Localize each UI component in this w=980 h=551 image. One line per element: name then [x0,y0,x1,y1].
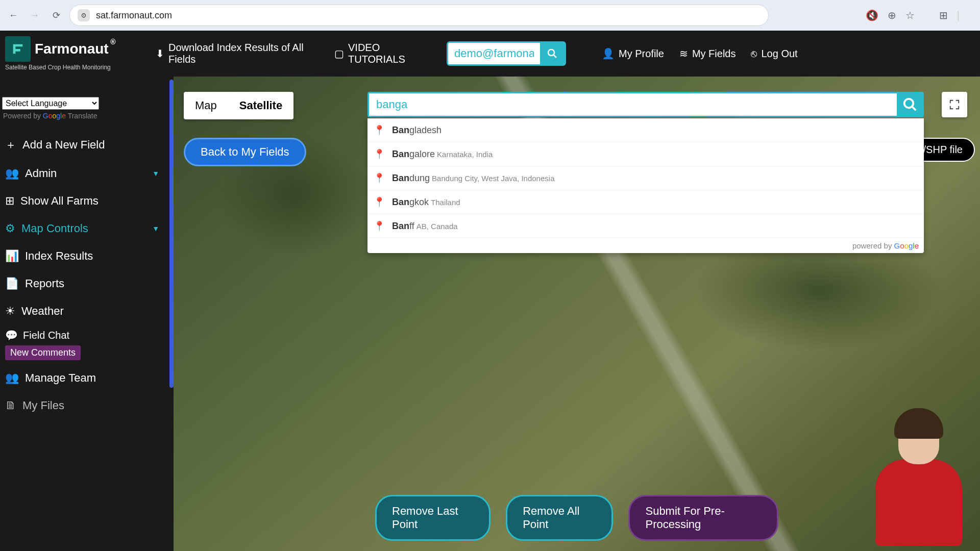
powered-by-google: powered by Google [368,238,924,253]
user-icon: 👤 [602,47,615,60]
sidebar-item-label: Weather [21,305,64,318]
chat-icon: 💬 [5,329,18,341]
my-fields-link[interactable]: ≋ My Fields [672,47,744,60]
app-header: Farmonaut® Satellite Based Crop Health M… [0,31,980,77]
gear-icon: ⚙ [5,222,15,235]
svg-point-0 [548,49,554,56]
language-select-wrap: Select Language [2,97,172,110]
extensions-icon[interactable]: ⊞ [939,9,948,21]
url-text: sat.farmonaut.com [96,10,172,21]
map-search-wrap: 📍 Bangladesh 📍 BangaloreKarnataka, India… [368,92,924,253]
tab-map[interactable]: Map [184,92,228,119]
svg-line-3 [912,107,916,111]
sidebar-item-show-farms[interactable]: ⊞ Show All Farms [0,187,174,215]
submit-preprocessing-button[interactable]: Submit For Pre-Processing [628,495,778,541]
download-icon: ⬇ [156,47,164,60]
suggestion-item[interactable]: 📍 Bangladesh [368,118,924,142]
logout-link[interactable]: ⎋ Log Out [743,48,805,60]
logout-icon: ⎋ [751,48,757,60]
language-select[interactable]: Select Language [2,97,99,110]
suggestion-item[interactable]: 📍 BangaloreKarnataka, India [368,142,924,166]
pin-icon: 📍 [374,172,385,184]
download-index-link[interactable]: ⬇ Download Index Results of All Fields [148,42,327,65]
users-icon: 👥 [5,167,19,180]
pin-icon: 📍 [374,124,385,136]
browser-toolbar: ← → ⟳ ⊙ sat.farmonaut.com 🔇 ⊕ ☆ ⊞ | [0,0,980,31]
sidebar-item-field-chat[interactable]: 💬 Field Chat [0,325,174,345]
sidebar-item-label: Admin [25,167,57,180]
back-to-fields-button[interactable]: Back to My Fields [184,138,306,166]
sidebar-item-index-results[interactable]: 📊 Index Results [0,242,174,270]
new-comments-badge[interactable]: New Comments [5,345,81,360]
reload-browser-button[interactable]: ⟳ [48,7,64,23]
sidebar-item-label: Map Controls [21,222,88,235]
logo[interactable]: Farmonaut® Satellite Based Crop Health M… [5,36,148,71]
sidebar-item-label: Reports [25,277,64,290]
autocomplete-dropdown: 📍 Bangladesh 📍 BangaloreKarnataka, India… [368,118,924,253]
map-type-tabs: Map Satellite [184,92,293,119]
tab-satellite[interactable]: Satellite [228,92,293,119]
layers-icon: ≋ [679,47,688,60]
sidebar-item-map-controls[interactable]: ⚙ Map Controls ▼ [0,215,174,242]
svg-line-1 [554,55,556,58]
logo-mark-icon [5,36,31,62]
sidebar-item-label: Add a New Field [22,138,105,152]
back-browser-button[interactable]: ← [5,7,21,23]
pin-icon: 📍 [374,196,385,208]
sidebar-item-reports[interactable]: 📄 Reports [0,270,174,297]
pin-icon: 📍 [374,220,385,232]
email-input[interactable] [448,43,540,64]
forward-browser-button[interactable]: → [27,7,43,23]
sidebar-item-my-files[interactable]: 🗎 My Files [0,392,174,419]
address-bar[interactable]: ⊙ sat.farmonaut.com [69,5,769,26]
powered-by-google-translate: Powered by Google Translate [3,112,170,120]
email-search-box [439,41,574,66]
document-icon: 📄 [5,277,19,290]
suggestion-item[interactable]: 📍 BangkokThailand [368,190,924,214]
files-icon: 🗎 [5,399,16,412]
remove-all-point-button[interactable]: Remove All Point [506,495,613,541]
mic-off-icon[interactable]: 🔇 [866,9,878,21]
grid-icon: ⊞ [5,194,14,208]
assistant-avatar [873,413,965,551]
sidebar-item-label: Show All Farms [20,194,99,208]
sidebar-item-label: My Files [22,399,64,412]
sidebar-item-manage-team[interactable]: 👥 Manage Team [0,364,174,392]
map-search-input[interactable] [369,93,898,116]
email-search-button[interactable] [540,42,565,65]
map-canvas[interactable]: Map Satellite Back to My Fields KML/SHP … [174,77,980,551]
sidebar-item-add-field[interactable]: ＋ Add a New Field [0,130,174,160]
video-tutorials-link[interactable]: ▢ VIDEO TUTORIALS [327,42,439,65]
sidebar-item-label: Manage Team [25,371,96,385]
pin-icon: 📍 [374,148,385,160]
map-search-button[interactable] [897,92,923,117]
sidebar-item-weather[interactable]: ☀ Weather [0,297,174,325]
suggestion-item[interactable]: 📍 BanffAB, Canada [368,214,924,238]
sidebar: Select Language Powered by Google Transl… [0,77,174,551]
chevron-down-icon: ▼ [152,224,159,233]
video-icon: ▢ [334,47,344,60]
remove-last-point-button[interactable]: Remove Last Point [375,495,491,541]
sun-icon: ☀ [5,305,15,318]
plus-icon: ＋ [5,137,16,153]
logo-text: Farmonaut® [35,41,109,57]
divider: | [957,10,960,21]
map-action-buttons: Remove Last Point Remove All Point Submi… [375,495,778,541]
chart-icon: 📊 [5,249,19,263]
sidebar-item-label: Index Results [25,249,93,263]
bookmark-icon[interactable]: ☆ [905,9,915,21]
logo-tagline: Satellite Based Crop Health Monitoring [5,64,148,71]
svg-point-2 [904,99,914,108]
fullscreen-button[interactable] [942,92,967,117]
team-icon: 👥 [5,371,19,385]
chevron-down-icon: ▼ [152,169,159,178]
sidebar-item-admin[interactable]: 👥 Admin ▼ [0,160,174,187]
suggestion-item[interactable]: 📍 BandungBandung City, West Java, Indone… [368,166,924,190]
my-profile-link[interactable]: 👤 My Profile [594,47,672,60]
site-info-icon[interactable]: ⊙ [78,9,90,21]
password-icon[interactable]: ⊕ [888,9,896,21]
